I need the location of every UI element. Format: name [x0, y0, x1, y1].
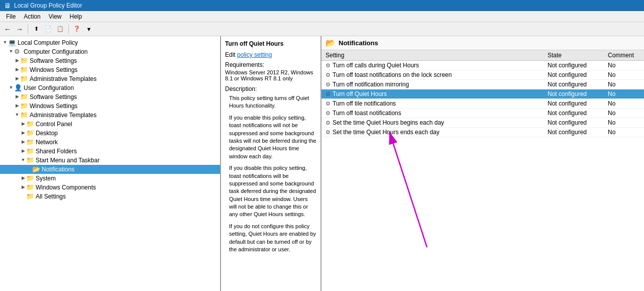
tree-item-windows-settings-2[interactable]: 📁Windows Settings	[0, 102, 220, 111]
settings-pane: 📂 Notifications Setting State Comment ⚙T…	[321, 36, 644, 291]
cell-setting-0: ⚙Turn off calls during Quiet Hours	[321, 61, 544, 70]
tree-item-windows-settings-1[interactable]: 📁Windows Settings	[0, 65, 220, 74]
edit-policy-line: Edit policy setting	[225, 51, 316, 58]
cell-state-5: Not configured	[544, 109, 604, 118]
tree-icon-windows-components: 📁	[26, 183, 34, 191]
tree-icon-network: 📁	[26, 138, 34, 146]
table-row[interactable]: ⚙Turn off notification mirroringNot conf…	[321, 80, 644, 89]
tree-item-software-settings-2[interactable]: 📁Software Settings	[0, 92, 220, 102]
tree-icon-shared-folders: 📁	[26, 147, 34, 155]
cell-state-7: Not configured	[544, 128, 604, 137]
tree-arrow-start-menu	[20, 157, 26, 163]
menu-action[interactable]: Action	[20, 12, 44, 21]
tree-arrow-all-settings	[20, 193, 26, 200]
tree-icon-control-panel: 📁	[26, 120, 34, 128]
tree-icon-admin-templates-1: 📁	[20, 75, 28, 83]
tree-item-local-computer-policy[interactable]: 💻Local Computer Policy	[0, 38, 220, 47]
tree-label-windows-components: Windows Components	[36, 184, 96, 191]
table-row[interactable]: ⚙Set the time Quiet Hours ends each dayN…	[321, 128, 644, 137]
tree-label-software-settings-2: Software Settings	[30, 93, 77, 101]
tree-label-admin-templates-1: Administrative Templates	[30, 75, 96, 82]
table-row[interactable]: ⚙Turn off calls during Quiet HoursNot co…	[321, 61, 644, 70]
cell-comment-1: No	[604, 70, 644, 80]
toolbar-copy[interactable]: 📄	[43, 24, 54, 35]
description-pane: Turn off Quiet Hours Edit policy setting…	[221, 36, 321, 291]
description-para-3: If you disable this policy setting, toas…	[225, 164, 316, 219]
tree-arrow-desktop	[20, 130, 26, 136]
tree-label-local-computer-policy: Local Computer Policy	[18, 39, 78, 46]
table-row[interactable]: ⚙Set the time Quiet Hours begins each da…	[321, 118, 644, 128]
table-row[interactable]: ⚙Turn off toast notificationsNot configu…	[321, 109, 644, 118]
tree-icon-computer-configuration: ⚙	[14, 48, 22, 56]
toolbar-help[interactable]: ❓	[71, 24, 82, 35]
tree-arrow-windows-components	[20, 184, 26, 190]
cell-comment-6: No	[604, 118, 644, 128]
toolbar-forward[interactable]: →	[14, 24, 25, 35]
table-row[interactable]: ⚙Turn off tile notificationsNot configur…	[321, 99, 644, 109]
toolbar-paste[interactable]: 📋	[55, 24, 66, 35]
right-pane: Turn off Quiet Hours Edit policy setting…	[221, 36, 644, 291]
toolbar-up[interactable]: ⬆	[31, 24, 42, 35]
tree-icon-all-settings: 📁	[26, 192, 34, 201]
cell-setting-1: ⚙Turn off toast notifications on the loc…	[321, 70, 544, 80]
folder-header-label: Notifications	[339, 39, 378, 47]
menu-file[interactable]: File	[2, 12, 20, 21]
tree-item-start-menu[interactable]: 📁Start Menu and Taskbar	[0, 156, 220, 165]
tree-item-notifications[interactable]: 📂Notifications	[0, 165, 220, 174]
tree-item-admin-templates-1[interactable]: 📁Administrative Templates	[0, 74, 220, 83]
tree-item-control-panel[interactable]: 📁Control Panel	[0, 120, 220, 129]
tree-item-windows-components[interactable]: 📁Windows Components	[0, 183, 220, 192]
toolbar-back[interactable]: ←	[2, 24, 13, 35]
requirements-text: Windows Server 2012 R2, Windows 8.1 or W…	[225, 69, 316, 81]
tree-icon-system: 📁	[26, 174, 34, 182]
tree-item-all-settings[interactable]: 📁All Settings	[0, 192, 220, 201]
cell-setting-5: ⚙Turn off toast notifications	[321, 109, 544, 118]
tree-item-computer-configuration[interactable]: ⚙Computer Configuration	[0, 47, 220, 56]
tree-arrow-software-settings-2	[14, 94, 20, 100]
menu-view[interactable]: View	[45, 12, 66, 21]
tree-icon-software-settings-1: 📁	[20, 57, 28, 65]
menu-help[interactable]: Help	[66, 12, 86, 21]
cell-state-4: Not configured	[544, 99, 604, 109]
tree-arrow-local-computer-policy	[2, 40, 8, 46]
policy-link[interactable]: policy setting	[237, 51, 272, 58]
col-state: State	[544, 50, 604, 61]
cell-state-3: Not configured	[544, 89, 604, 99]
table-row[interactable]: ⚙Turn off Quiet HoursNot configuredNo	[321, 89, 644, 99]
tree-arrow-windows-settings-2	[14, 103, 20, 109]
tree-label-notifications: Notifications	[42, 166, 74, 173]
title-bar-icon: 🖥	[4, 2, 11, 10]
cell-setting-6: ⚙Set the time Quiet Hours begins each da…	[321, 118, 544, 128]
description-title: Description:	[225, 85, 316, 92]
title-bar: 🖥 Local Group Policy Editor	[0, 0, 644, 11]
tree-label-desktop: Desktop	[36, 130, 58, 137]
tree-item-admin-templates-2[interactable]: 📁Administrative Templates	[0, 111, 220, 120]
cell-state-2: Not configured	[544, 80, 604, 89]
toolbar-separator-2	[68, 25, 69, 34]
tree-item-desktop[interactable]: 📁Desktop	[0, 129, 220, 138]
tree-item-system[interactable]: 📁System	[0, 174, 220, 183]
toolbar-filter[interactable]: ▼	[83, 24, 94, 35]
tree-item-user-configuration[interactable]: 👤User Configuration	[0, 83, 220, 92]
table-row[interactable]: ⚙Turn off toast notifications on the loc…	[321, 70, 644, 80]
tree-arrow-admin-templates-1	[14, 76, 20, 82]
main-content: 💻Local Computer Policy⚙Computer Configur…	[0, 36, 644, 291]
tree-icon-start-menu: 📁	[26, 156, 34, 164]
tree-icon-desktop: 📁	[26, 129, 34, 137]
folder-header: 📂 Notifications	[321, 36, 644, 50]
tree-icon-admin-templates-2: 📁	[20, 111, 28, 119]
tree-label-control-panel: Control Panel	[36, 121, 72, 128]
tree-arrow-network	[20, 139, 26, 145]
description-para-2: If you enable this policy setting, toast…	[225, 114, 316, 160]
cell-state-0: Not configured	[544, 61, 604, 70]
edit-label: Edit	[225, 51, 236, 58]
tree-icon-software-settings-2: 📁	[20, 93, 28, 101]
tree-item-software-settings-1[interactable]: 📁Software Settings	[0, 56, 220, 65]
tree-label-windows-settings-2: Windows Settings	[30, 103, 77, 110]
cell-state-1: Not configured	[544, 70, 604, 80]
tree-item-shared-folders[interactable]: 📁Shared Folders	[0, 147, 220, 156]
cell-comment-4: No	[604, 99, 644, 109]
cell-comment-0: No	[604, 61, 644, 70]
folder-header-icon: 📂	[326, 38, 336, 48]
tree-item-network[interactable]: 📁Network	[0, 138, 220, 147]
